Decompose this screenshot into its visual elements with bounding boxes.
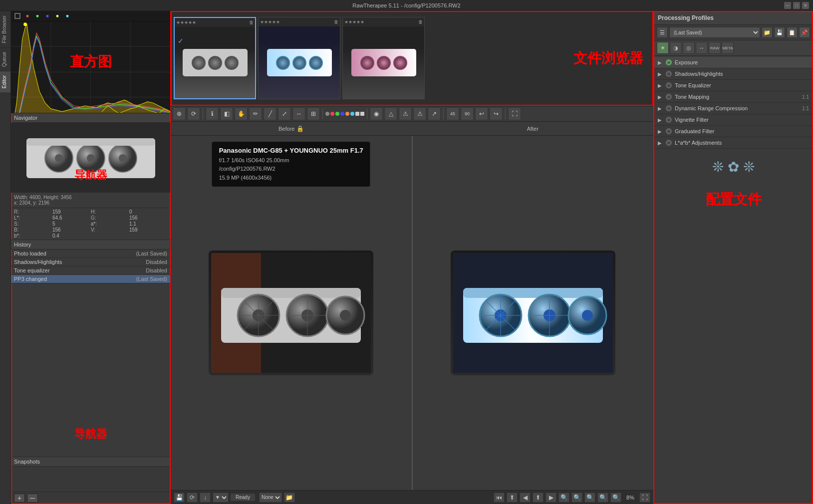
history-item-2[interactable]: Tone equalizer Disabled <box>11 266 170 275</box>
save-to-queue-btn[interactable]: 💾 <box>174 493 185 503</box>
proc-item-vignette[interactable]: ▶ Vignette Filter <box>654 114 813 126</box>
proc-item-lab[interactable]: ▶ L*a*b* Adjustments <box>654 137 813 149</box>
maximize-btn[interactable]: □ <box>793 2 800 9</box>
profile-dropdown[interactable]: (Last Saved) Default Auto-Matched Curve … <box>669 27 760 38</box>
black-white-btn[interactable]: ◧ <box>220 107 233 120</box>
ch-blue-dot[interactable] <box>340 112 344 116</box>
next-btn[interactable]: ▶ <box>545 493 556 503</box>
tone-mapping-power[interactable] <box>666 94 672 100</box>
warn2-btn[interactable]: ⚠ <box>413 107 426 120</box>
triangle-btn[interactable]: △ <box>384 107 397 120</box>
ch-orange-dot[interactable] <box>345 112 349 116</box>
navigator-header[interactable]: Navigator <box>11 113 170 123</box>
tab-editor[interactable]: Editor <box>0 71 10 92</box>
ch-cyan-dot[interactable] <box>350 112 354 116</box>
transform-btn[interactable]: ⤢ <box>278 107 291 120</box>
undo-btn[interactable]: ↩ <box>475 107 488 120</box>
proc-item-exposure[interactable]: ▶ Exposure <box>654 57 813 68</box>
resync-btn[interactable]: ⟳ <box>187 493 198 503</box>
info-btn[interactable]: ℹ <box>206 107 219 120</box>
hist-btn-r[interactable] <box>13 12 22 19</box>
zoom-out-btn[interactable]: 🔍 <box>558 493 569 503</box>
profile-open-btn[interactable]: 📁 <box>762 27 773 38</box>
export-btn-status[interactable]: ↓ <box>200 493 211 503</box>
profile-paste-btn[interactable]: 📌 <box>799 27 810 38</box>
minimize-btn[interactable]: ─ <box>784 2 791 9</box>
close-btn[interactable]: ✕ <box>802 2 809 9</box>
angle45-btn[interactable]: 45 <box>446 107 459 120</box>
history-item-1[interactable]: Shadows/Highlights Disabled <box>11 258 170 266</box>
hist-color-g[interactable]: ■ <box>33 12 42 19</box>
pencil-btn[interactable]: ✏ <box>249 107 262 120</box>
drc-power[interactable] <box>666 105 672 111</box>
ch-gray-dot[interactable] <box>325 112 329 116</box>
zoom-in1-btn[interactable]: 🔍 <box>571 493 582 503</box>
export-format-select[interactable]: ▼ <box>213 493 229 503</box>
up-btn[interactable]: ⬆ <box>533 493 543 503</box>
skew-btn[interactable]: ↔ <box>292 107 305 120</box>
prev-btn[interactable]: ◀ <box>520 493 531 503</box>
tone-eq-power[interactable] <box>666 82 672 88</box>
ch-red-dot[interactable] <box>330 112 334 116</box>
ch-w1-dot[interactable] <box>355 112 359 116</box>
export-btn[interactable]: ↗ <box>428 107 441 120</box>
shadows-power[interactable] <box>666 71 672 77</box>
warn-btn[interactable]: ⚠ <box>399 107 412 120</box>
hist-color-r[interactable]: ■ <box>23 12 32 19</box>
redo-btn[interactable]: ↪ <box>490 107 503 120</box>
fit-btn[interactable]: ⛶ <box>508 107 521 120</box>
ch-green-dot[interactable] <box>335 112 339 116</box>
zoom-in4-btn[interactable]: 🔍 <box>610 493 621 503</box>
fullscreen-btn[interactable]: ⛶ <box>639 493 650 503</box>
sphere-btn[interactable]: ◉ <box>370 107 383 120</box>
meta-tab-btn[interactable]: META <box>722 42 734 54</box>
history-header[interactable]: History <box>11 240 170 250</box>
detail-tab-btn[interactable]: ◎ <box>683 42 695 54</box>
angle90-btn[interactable]: 90 <box>461 107 474 120</box>
profile-copy-btn[interactable]: 📋 <box>787 27 798 38</box>
graduated-name: Graduated Filter <box>675 128 809 134</box>
prev-frame-btn[interactable]: ⬆ <box>507 493 518 503</box>
zoom-in2-btn[interactable]: 🔍 <box>584 493 595 503</box>
hist-color-b[interactable]: ■ <box>43 12 52 19</box>
output-format-select[interactable]: None <box>259 493 282 503</box>
profile-save-btn[interactable]: 💾 <box>774 27 785 38</box>
zoom-in3-btn[interactable]: 🔍 <box>597 493 608 503</box>
snapshots-header[interactable]: Snapshots <box>11 457 170 467</box>
grid-btn[interactable]: ⊞ <box>307 107 320 120</box>
proc-item-graduated[interactable]: ▶ Graduated Filter <box>654 126 813 137</box>
hand-tool-btn[interactable]: ✋ <box>235 107 248 120</box>
thumbnail-3[interactable]: ★★★★★ 🗑 <box>342 17 425 99</box>
history-item-3[interactable]: PP3 changed (Last Saved) <box>11 275 170 283</box>
thumbnail-2[interactable]: ★★★★★ 🗑 <box>258 17 340 99</box>
transform-tab-btn[interactable]: ↔ <box>696 42 708 54</box>
first-frame-btn[interactable]: ⏮ <box>494 493 505 503</box>
lab-power[interactable] <box>666 140 672 146</box>
add-to-queue-btn[interactable]: ⊕ <box>173 107 186 120</box>
vignette-power[interactable] <box>666 117 672 123</box>
tab-queue[interactable]: Queue <box>0 47 10 71</box>
proc-item-tone-eq[interactable]: ▶ Tone Equalizer <box>654 80 813 91</box>
line-btn[interactable]: ╱ <box>264 107 276 120</box>
ch-w2-dot[interactable] <box>360 112 364 116</box>
color-tab-btn[interactable]: ◑ <box>670 42 682 54</box>
raw-tab-btn[interactable]: RAW <box>709 42 721 54</box>
hist-color-cyan[interactable]: ■ <box>63 12 72 19</box>
exposure-tab-btn[interactable]: ☀ <box>657 42 669 54</box>
tab-file-browser[interactable]: File Browser <box>0 11 10 47</box>
profile-list-btn[interactable]: ☰ <box>657 27 668 38</box>
add-snapshot-btn[interactable]: + <box>14 494 25 503</box>
history-item-0[interactable]: Photo loaded (Last Saved) <box>11 250 170 258</box>
remove-snapshot-btn[interactable]: ─ <box>27 494 38 503</box>
graduated-power[interactable] <box>666 128 672 134</box>
status-ready-label: Ready <box>231 494 255 501</box>
proc-item-tone-mapping[interactable]: ▶ Tone Mapping 1:1 <box>654 91 813 103</box>
proc-item-shadows[interactable]: ▶ Shadows/Highlights <box>654 68 813 80</box>
sync-btn[interactable]: ⟳ <box>187 107 200 120</box>
thumbnail-1[interactable]: ★★★★★ 🗑 ✓ <box>174 17 256 99</box>
proc-item-drc[interactable]: ▶ Dynamic Range Compression 1:1 <box>654 103 813 114</box>
hist-color-y[interactable]: ■ <box>53 12 62 19</box>
navigator-cn-label2: 导航器 <box>74 427 107 442</box>
folder-btn[interactable]: 📁 <box>284 493 295 503</box>
exposure-power[interactable] <box>666 59 672 65</box>
